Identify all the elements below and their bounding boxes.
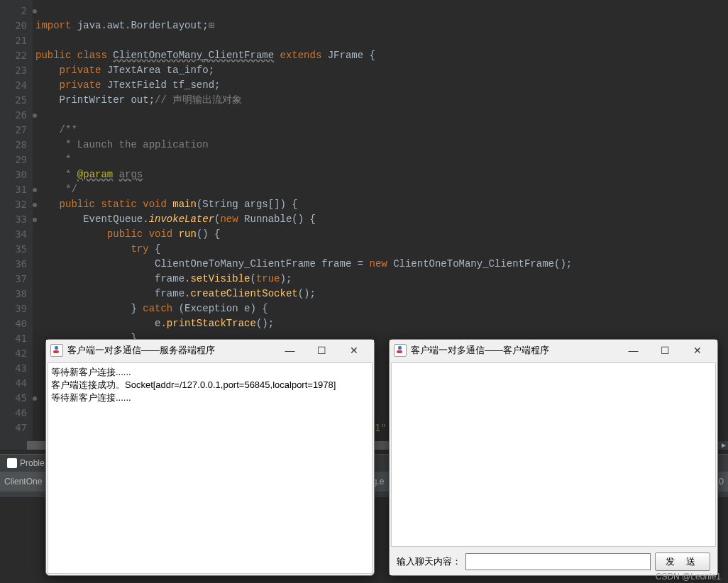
keyword: private [60,79,101,91]
var: e [155,318,160,329]
class-name: ClientOneToMany_ClientFrame [113,50,274,61]
type: String [202,199,238,210]
package: java.awt.BorderLayout [77,20,202,31]
javadoc: * Launch the application [60,139,209,150]
chat-input[interactable] [465,553,651,570]
java-app-icon [50,344,63,357]
problems-tab[interactable]: Proble [0,455,52,471]
status-left: ClientOne [4,477,42,487]
javadoc: */ [60,184,77,195]
keyword: new [220,213,238,225]
method: createClientSocket [190,288,297,299]
client-window[interactable]: 客户端一对多通信——客户端程序 — ☐ ✕ 输入聊天内容： 发 送 [389,339,718,576]
literal: true [256,273,280,284]
type: PrintWriter [60,94,125,106]
close-icon[interactable]: ✕ [681,340,713,361]
chat-area[interactable] [391,362,716,547]
tab-label: Proble [20,458,45,468]
keyword: catch [143,303,172,314]
close-icon[interactable]: ✕ [338,340,370,361]
type: JTextField [107,79,167,91]
method: setVisible [190,273,250,284]
keyword: public [60,199,95,210]
method: run [179,228,197,240]
var: frame [155,288,184,299]
input-label: 输入聊天内容： [397,555,461,568]
code-area[interactable]: import java.awt.BorderLayout;⊞ public cl… [35,4,572,376]
keyword: public [107,228,143,240]
method: main [172,199,197,210]
javadoc-param: args [119,169,143,180]
maximize-icon[interactable]: ☐ [649,340,681,361]
type: ClientOneToMany_ClientFrame [393,258,554,270]
send-button[interactable]: 发 送 [655,553,710,571]
server-log[interactable]: 等待新客户连接...... 客户端连接成功。Socket[addr=/127.0… [48,362,373,574]
method: invokeLater [149,213,214,225]
window-title: 客户端一对多通信——客户端程序 [411,344,549,357]
keyword: try [131,243,148,255]
type: Exception [184,303,238,314]
var: frame [321,258,351,270]
window-titlebar[interactable]: 客户端一对多通信——服务器端程序 — ☐ ✕ [46,340,374,361]
maximize-icon[interactable]: ☐ [306,340,338,361]
javadoc-tag: @param [77,169,113,180]
problems-icon [7,458,17,468]
keyword: import [35,20,71,31]
var: frame [155,273,184,284]
line-gutter: 2202122232425262728293031323334353637383… [0,0,33,450]
type: JFrame [328,50,363,61]
minimize-icon[interactable]: — [274,340,306,361]
fold-icon[interactable]: ⊞ [209,20,214,31]
type: Runnable [244,213,292,225]
keyword: class [77,50,107,61]
field: out [131,94,148,106]
window-title: 客户端一对多通信——服务器端程序 [67,344,215,357]
java-app-icon [394,344,407,357]
scroll-right-icon[interactable]: ► [719,441,728,450]
keyword: new [370,258,387,270]
field: ta_info [167,65,209,76]
server-window[interactable]: 客户端一对多通信——服务器端程序 — ☐ ✕ 等待新客户连接...... 客户端… [45,339,375,576]
comment: // 声明输出流对象 [155,94,242,106]
keyword: static [101,199,136,210]
keyword: private [60,65,101,76]
type: ClientOneToMany_ClientFrame [155,258,316,270]
var: e [244,303,250,314]
field: tf_send [172,79,214,91]
watermark: CSDN @Leonie1 [656,572,721,582]
keyword: void [149,228,173,240]
param: args [244,199,268,210]
type: JTextArea [107,65,161,76]
method: printStackTrace [167,318,256,329]
keyword: public [35,50,71,61]
keyword: void [143,199,167,210]
window-titlebar[interactable]: 客户端一对多通信——客户端程序 — ☐ ✕ [390,340,717,361]
minimize-icon[interactable]: — [617,340,649,361]
string-fragment: 1" [375,421,387,435]
keyword: extends [280,50,322,61]
javadoc: * [60,154,72,165]
type: EventQueue [83,213,143,225]
javadoc: /** [60,124,77,135]
